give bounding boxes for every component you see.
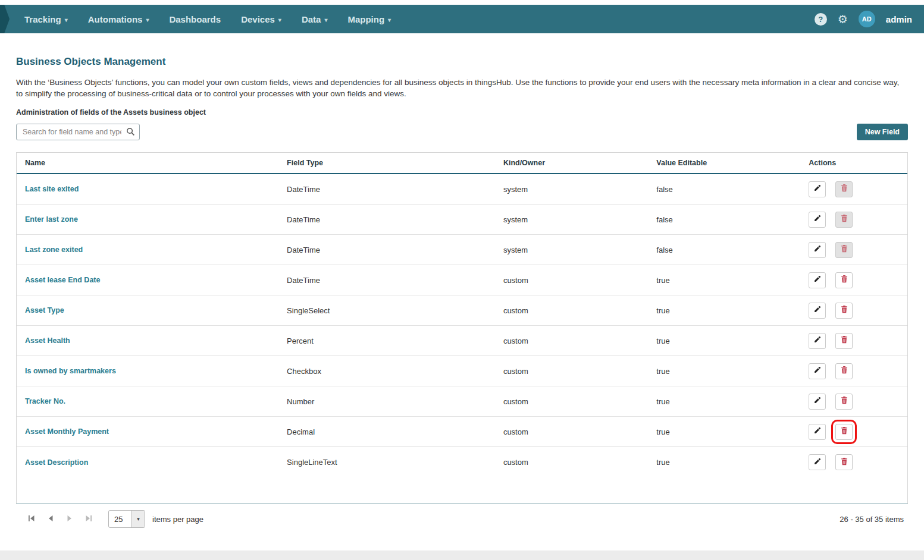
nav-item-label: Dashboards <box>169 14 221 24</box>
items-per-page-label: items per page <box>152 515 203 524</box>
bottom-strip <box>0 550 924 560</box>
field-name-link[interactable]: Asset Description <box>17 458 278 467</box>
field-name-link[interactable]: Is owned by smartmakers <box>17 367 278 375</box>
pencil-icon <box>813 458 821 467</box>
table-row: Asset Description SingleLineText custom … <box>17 447 907 477</box>
table-row: Enter last zone DateTime system false <box>17 205 907 235</box>
delete-button[interactable] <box>835 363 853 379</box>
chevron-down-icon: ▾ <box>131 511 145 527</box>
items-per-page-value: 25 <box>109 511 131 527</box>
field-name-link[interactable]: Last site exited <box>17 185 278 193</box>
pager-prev-button[interactable] <box>43 510 58 528</box>
pencil-icon <box>813 397 821 406</box>
value-editable-cell: true <box>648 367 800 376</box>
kind-owner-cell: custom <box>495 276 648 285</box>
gear-icon[interactable]: ⚙ <box>838 14 848 25</box>
username-label: admin <box>886 14 912 24</box>
table-row: Asset Health Percent custom true <box>17 326 907 356</box>
delete-button[interactable] <box>835 333 853 349</box>
edit-button[interactable] <box>809 454 826 470</box>
items-per-page-select[interactable]: 25 ▾ <box>108 510 145 528</box>
chevron-down-icon: ▾ <box>65 17 68 23</box>
delete-button[interactable] <box>835 181 853 197</box>
page-description: With the ‘Business Objects’ functions, y… <box>16 77 908 99</box>
value-editable-cell: true <box>648 276 800 285</box>
nav-item-label: Data <box>302 14 321 24</box>
trash-icon <box>841 275 848 285</box>
nav-item-dashboards[interactable]: Dashboards <box>159 5 231 33</box>
help-icon[interactable]: ? <box>815 13 827 26</box>
actions-cell <box>800 272 907 288</box>
pager-next-button[interactable] <box>62 510 77 528</box>
nav-item-mapping[interactable]: Mapping ▾ <box>337 5 401 33</box>
last-page-icon <box>85 515 92 524</box>
new-field-button[interactable]: New Field <box>857 124 908 140</box>
delete-button[interactable] <box>835 424 853 440</box>
table-header-row: Name Field Type Kind/Owner Value Editabl… <box>17 153 907 174</box>
delete-button[interactable] <box>835 303 853 319</box>
actions-cell <box>800 394 907 410</box>
field-name-link[interactable]: Asset Health <box>17 336 278 345</box>
nav-item-data[interactable]: Data ▾ <box>292 5 338 33</box>
field-type-cell: DateTime <box>278 215 495 224</box>
delete-button[interactable] <box>835 212 853 228</box>
actions-cell <box>800 303 907 319</box>
nav-item-automations[interactable]: Automations ▾ <box>78 5 159 33</box>
edit-button[interactable] <box>809 212 826 228</box>
trash-icon <box>841 336 848 345</box>
edit-button[interactable] <box>809 424 826 440</box>
field-name-link[interactable]: Enter last zone <box>17 215 278 224</box>
kind-owner-cell: custom <box>495 306 648 315</box>
pager-range-label: 26 - 35 of 35 items <box>840 515 908 524</box>
table-row: Asset Monthly Payment Decimal custom tru… <box>17 417 907 447</box>
edit-button[interactable] <box>809 303 826 319</box>
navbar-right-group: ? ⚙ AD admin <box>815 11 924 27</box>
column-header-value-editable: Value Editable <box>648 153 800 173</box>
field-name-link[interactable]: Asset Type <box>17 306 278 314</box>
trash-icon <box>841 306 848 315</box>
edit-button[interactable] <box>809 181 826 197</box>
column-header-name: Name <box>17 153 278 173</box>
value-editable-cell: true <box>648 336 800 345</box>
fields-table: Name Field Type Kind/Owner Value Editabl… <box>16 152 908 504</box>
sidebar-toggle-arrow-icon[interactable] <box>0 5 10 33</box>
delete-button[interactable] <box>835 394 853 410</box>
column-header-kind-owner: Kind/Owner <box>495 153 648 173</box>
pager-last-button[interactable] <box>81 510 96 528</box>
pager-first-button[interactable] <box>24 510 39 528</box>
pencil-icon <box>813 336 821 345</box>
edit-button[interactable] <box>809 394 826 410</box>
value-editable-cell: true <box>648 306 800 315</box>
pencil-icon <box>813 275 821 285</box>
field-name-link[interactable]: Tracker No. <box>17 397 278 405</box>
search-input[interactable] <box>16 124 140 140</box>
chevron-down-icon: ▾ <box>388 17 391 23</box>
delete-button[interactable] <box>835 454 853 470</box>
nav-item-tracking[interactable]: Tracking ▾ <box>14 5 78 33</box>
edit-button[interactable] <box>809 272 826 288</box>
delete-button[interactable] <box>835 242 853 258</box>
pagination-bar: 25 ▾ items per page 26 - 35 of 35 items <box>16 504 908 534</box>
edit-button[interactable] <box>809 242 826 258</box>
table-row: Tracker No. Number custom true <box>17 386 907 417</box>
delete-button[interactable] <box>835 272 853 288</box>
avatar[interactable]: AD <box>859 11 875 27</box>
nav-item-label: Devices <box>241 14 275 24</box>
pencil-icon <box>813 184 821 194</box>
page-title: Business Objects Management <box>16 56 908 68</box>
field-name-link[interactable]: Last zone exited <box>17 246 278 254</box>
edit-button[interactable] <box>809 333 826 349</box>
nav-item-devices[interactable]: Devices ▾ <box>231 5 292 33</box>
nav-item-label: Tracking <box>24 14 61 24</box>
field-name-link[interactable]: Asset Monthly Payment <box>17 427 278 436</box>
pencil-icon <box>813 427 821 436</box>
table-row: Last zone exited DateTime system false <box>17 235 907 265</box>
field-type-cell: SingleSelect <box>278 306 495 315</box>
value-editable-cell: true <box>648 397 800 406</box>
edit-button[interactable] <box>809 363 826 379</box>
prev-page-icon <box>47 515 54 524</box>
next-page-icon <box>66 515 73 524</box>
column-header-field-type: Field Type <box>278 153 495 173</box>
field-name-link[interactable]: Asset lease End Date <box>17 276 278 284</box>
value-editable-cell: true <box>648 458 800 467</box>
